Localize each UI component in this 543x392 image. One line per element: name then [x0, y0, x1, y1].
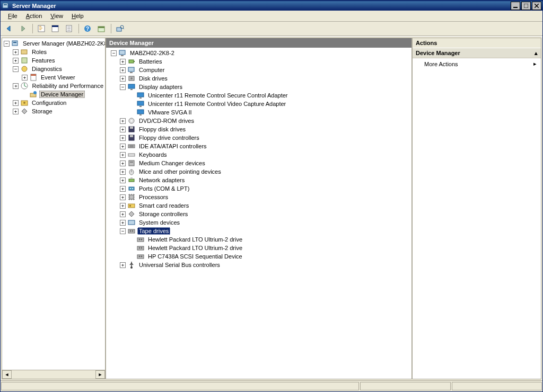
device-root[interactable]: −MABZH02-2K8-2 [106, 49, 411, 57]
tree-item[interactable]: +Configuration [2, 99, 105, 107]
expand-icon[interactable]: + [118, 201, 127, 210]
expand-icon[interactable]: + [11, 48, 20, 56]
device-label[interactable]: System devices [137, 219, 181, 226]
device-label[interactable]: Hewlett Packard LTO Ultrium-2 drive [146, 236, 244, 243]
device-label[interactable]: VMware SVGA II [146, 109, 194, 116]
device-item[interactable]: Unicenter r11 Remote Control Video Captu… [106, 100, 411, 108]
expand-icon[interactable]: + [118, 184, 127, 193]
device-label[interactable]: Medium Changer devices [137, 159, 207, 167]
help-button[interactable]: ? [81, 22, 94, 35]
expand-icon[interactable]: + [11, 99, 20, 107]
tree-item[interactable]: +Features [2, 56, 105, 65]
expand-icon[interactable]: + [118, 142, 127, 150]
tree-item[interactable]: +Event Viewer [2, 73, 105, 82]
maximize-button[interactable] [521, 2, 531, 10]
expand-icon[interactable]: + [11, 107, 20, 115]
scroll-left-button[interactable]: ◄ [2, 370, 12, 379]
properties-button[interactable] [49, 22, 62, 35]
device-label[interactable]: Floppy drive controllers [137, 134, 201, 141]
menu-file[interactable]: File [4, 12, 22, 20]
device-tree[interactable]: −MABZH02-2K8-2+Batteries+Computer+Disk d… [106, 48, 411, 379]
device-category[interactable]: +Smart card readers [106, 201, 411, 210]
device-category[interactable]: +Keyboards [106, 150, 411, 159]
device-category[interactable]: +DVD/CD-ROM drives [106, 117, 411, 125]
tree-label[interactable]: Diagnostics [30, 65, 64, 73]
device-label[interactable]: Floppy disk drives [137, 126, 187, 133]
device-label[interactable]: Tape drives [137, 227, 170, 235]
expand-icon[interactable]: + [118, 218, 127, 227]
collapse-icon[interactable]: − [11, 65, 20, 73]
tree-label[interactable]: Storage [30, 108, 54, 115]
device-category[interactable]: +Computer [106, 66, 411, 74]
expand-icon[interactable]: + [20, 73, 29, 82]
expand-icon[interactable]: + [118, 57, 127, 66]
scope-tree[interactable]: −Server Manager (MABZH02-2K8-2)+Roles+Fe… [2, 38, 105, 370]
device-label[interactable]: Mice and other pointing devices [137, 168, 223, 175]
expand-icon[interactable]: + [118, 133, 127, 142]
device-category[interactable]: +System devices [106, 218, 411, 227]
scroll-right-button[interactable]: ► [95, 370, 105, 379]
device-category[interactable]: −Tape drives [106, 227, 411, 235]
titlebar[interactable]: Server Manager [1, 1, 542, 11]
tree-label[interactable]: Device Manager [39, 91, 85, 98]
collapse-icon[interactable]: − [2, 39, 11, 48]
tree-label[interactable]: Reliability and Performance [30, 82, 105, 90]
device-item[interactable]: Hewlett Packard LTO Ultrium-2 drive [106, 244, 411, 252]
device-label[interactable]: Unicenter r11 Remote Control Secure Cont… [146, 92, 290, 99]
device-category[interactable]: +Medium Changer devices [106, 159, 411, 167]
tree-label[interactable]: Event Viewer [39, 74, 77, 81]
device-category[interactable]: +Mice and other pointing devices [106, 167, 411, 176]
device-label[interactable]: DVD/CD-ROM drives [137, 117, 196, 124]
forward-button[interactable] [16, 22, 29, 35]
device-label[interactable]: Ports (COM & LPT) [137, 185, 191, 192]
tree-item[interactable]: +Reliability and Performance [2, 82, 105, 90]
device-item[interactable]: Unicenter r11 Remote Control Secure Cont… [106, 91, 411, 100]
scan-hardware-button[interactable] [113, 22, 126, 35]
tree-item[interactable]: −Diagnostics [2, 65, 105, 73]
expand-icon[interactable]: + [118, 176, 127, 184]
expand-icon[interactable]: + [118, 74, 127, 83]
device-category[interactable]: +Floppy drive controllers [106, 133, 411, 142]
tree-root[interactable]: −Server Manager (MABZH02-2K8-2) [2, 39, 105, 48]
device-label[interactable]: Keyboards [137, 151, 169, 158]
device-category[interactable]: +Disk drives [106, 74, 411, 83]
device-label[interactable]: Computer [137, 66, 166, 74]
device-category[interactable]: +Network adapters [106, 176, 411, 184]
expand-icon[interactable]: + [118, 261, 127, 269]
tree-label[interactable]: Configuration [30, 99, 68, 106]
menu-help[interactable]: Help [67, 12, 88, 20]
device-label[interactable]: Hewlett Packard LTO Ultrium-2 drive [146, 244, 244, 252]
menu-action[interactable]: Action [22, 12, 47, 20]
device-label[interactable]: Network adapters [137, 176, 186, 184]
minimize-button[interactable] [511, 2, 520, 10]
device-category[interactable]: +Processors [106, 193, 411, 201]
actions-sub-header[interactable]: Device Manager ▴ [413, 48, 541, 58]
expand-icon[interactable]: + [118, 150, 127, 159]
export-list-button[interactable] [63, 22, 75, 35]
device-label[interactable]: Processors [137, 193, 170, 201]
expand-icon[interactable]: + [118, 193, 127, 201]
expand-icon[interactable]: + [11, 56, 20, 65]
device-label[interactable]: Unicenter r11 Remote Control Video Captu… [146, 100, 287, 108]
device-item[interactable]: Hewlett Packard LTO Ultrium-2 drive [106, 235, 411, 244]
close-button[interactable] [532, 2, 541, 10]
expand-icon[interactable]: + [118, 66, 127, 74]
device-category[interactable]: +Universal Serial Bus controllers [106, 261, 411, 269]
tree-label[interactable]: Server Manager (MABZH02-2K8-2) [21, 40, 105, 47]
collapse-icon[interactable]: − [118, 227, 127, 235]
device-item[interactable]: HP C7438A SCSI Sequential Device [106, 252, 411, 261]
device-category[interactable]: +IDE ATA/ATAPI controllers [106, 142, 411, 150]
device-label[interactable]: MABZH02-2K8-2 [128, 49, 176, 57]
tree-item[interactable]: +Storage [2, 107, 105, 115]
more-actions-item[interactable]: More Actions ▸ [413, 58, 541, 69]
expand-icon[interactable]: + [118, 210, 127, 218]
device-item[interactable]: VMware SVGA II [106, 108, 411, 117]
device-label[interactable]: Smart card readers [137, 202, 190, 209]
expand-icon[interactable]: + [118, 159, 127, 167]
expand-icon[interactable]: + [11, 82, 20, 90]
device-category[interactable]: +Batteries [106, 57, 411, 66]
expand-icon[interactable]: + [118, 125, 127, 133]
device-category[interactable]: +Storage controllers [106, 210, 411, 218]
device-label[interactable]: Storage controllers [137, 210, 189, 218]
device-label[interactable]: Disk drives [137, 75, 169, 82]
